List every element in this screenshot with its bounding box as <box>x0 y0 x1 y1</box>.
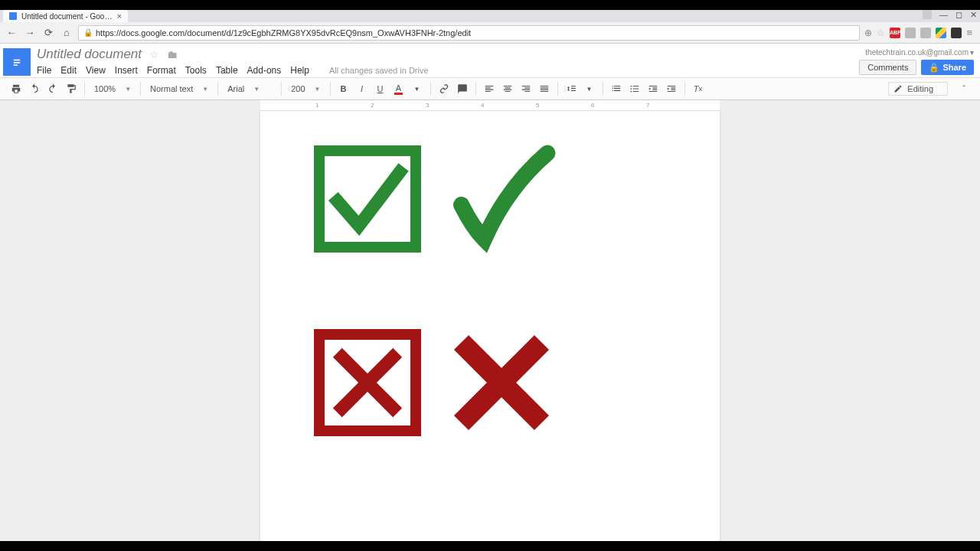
fontsize-select[interactable]: 200▼ <box>286 80 325 97</box>
mode-label: Editing <box>907 84 933 93</box>
paint-format-icon[interactable] <box>63 80 80 97</box>
caret-down-icon: ▾ <box>970 48 974 57</box>
italic-icon[interactable]: I <box>354 80 371 97</box>
account-square-icon[interactable] <box>923 10 932 19</box>
bold-icon[interactable]: B <box>335 80 352 97</box>
style-select[interactable]: Normal text▼ <box>145 80 213 97</box>
share-button[interactable]: 🔒 Share <box>921 60 974 75</box>
address-bar[interactable]: 🔒 https://docs.google.com/document/d/1z9… <box>78 25 860 41</box>
save-status: All changes saved in Drive <box>329 66 429 75</box>
chrome-menu-icon[interactable]: ≡ <box>966 27 972 38</box>
menu-bar: File Edit View Insert Format Tools Table… <box>37 64 429 77</box>
menu-table[interactable]: Table <box>216 65 238 76</box>
docs-header: Untitled document ☆ 🖿 File Edit View Ins… <box>0 44 980 77</box>
lock-icon: 🔒 <box>83 28 93 37</box>
svg-point-5 <box>630 88 632 90</box>
extension-icons: ⊕ ☆ ABP ≡ <box>864 27 975 38</box>
line-spacing-icon[interactable] <box>563 80 580 97</box>
underline-icon[interactable]: U <box>372 80 389 97</box>
bookmark-star-icon[interactable]: ☆ <box>877 28 885 38</box>
ruler-tick: 3 <box>426 102 429 109</box>
window-minimize-icon[interactable]: — <box>939 10 948 20</box>
nav-home-icon[interactable]: ⌂ <box>60 26 74 40</box>
ruler-tick: 7 <box>646 102 649 109</box>
font-value: Arial <box>227 84 244 93</box>
browser-toolbar: ← → ⟳ ⌂ 🔒 https://docs.google.com/docume… <box>0 22 980 44</box>
text-color-icon[interactable]: A <box>390 80 407 97</box>
menu-file[interactable]: File <box>37 65 51 76</box>
comments-button[interactable]: Comments <box>859 60 916 75</box>
zoom-icon[interactable]: ⊕ <box>864 28 872 38</box>
svg-point-6 <box>630 91 632 93</box>
clear-formatting-icon[interactable]: Tx <box>690 80 707 97</box>
window-maximize-icon[interactable]: ◻ <box>956 10 962 20</box>
tab-close-icon[interactable]: × <box>116 11 121 21</box>
indent-decrease-icon[interactable] <box>645 80 662 97</box>
svg-rect-2 <box>14 62 20 64</box>
ruler-tick: 1 <box>315 102 318 109</box>
ruler-tick: 6 <box>591 102 594 109</box>
document-title[interactable]: Untitled document <box>37 47 142 62</box>
nav-back-icon[interactable]: ← <box>5 26 18 40</box>
account-email[interactable]: thetechtrain.co.uk@gmail.com ▾ <box>865 48 974 57</box>
drive-extension-icon[interactable] <box>936 28 946 38</box>
numbered-list-icon[interactable] <box>608 80 625 97</box>
menu-edit[interactable]: Edit <box>60 65 77 76</box>
comment-icon[interactable] <box>454 80 471 97</box>
print-icon[interactable] <box>8 80 24 97</box>
caret-down-icon[interactable]: ▼ <box>409 80 426 97</box>
menu-insert[interactable]: Insert <box>115 65 138 76</box>
account-email-text: thetechtrain.co.uk@gmail.com <box>865 48 969 57</box>
undo-icon[interactable] <box>26 80 43 97</box>
svg-rect-3 <box>14 64 18 66</box>
formatting-toolbar: 100%▼ Normal text▼ Arial▼ 200▼ B I U A ▼… <box>0 77 980 100</box>
ruler-tick: 4 <box>481 102 484 109</box>
ruler-tick: 2 <box>371 102 374 109</box>
svg-point-4 <box>630 86 632 87</box>
extension-icon[interactable] <box>920 28 931 38</box>
mode-select[interactable]: Editing <box>888 82 948 96</box>
folder-icon[interactable]: 🖿 <box>167 48 178 60</box>
bulleted-list-icon[interactable] <box>626 80 643 97</box>
font-select[interactable]: Arial▼ <box>223 80 276 97</box>
align-right-icon[interactable] <box>518 80 534 97</box>
collapse-toolbar-icon[interactable]: ˆ <box>956 80 972 97</box>
menu-help[interactable]: Help <box>290 65 309 76</box>
caret-down-icon[interactable]: ▼ <box>581 80 598 97</box>
document-page[interactable] <box>260 111 720 541</box>
align-justify-icon[interactable] <box>536 80 553 97</box>
pencil-icon <box>893 84 903 93</box>
browser-tabstrip: Untitled document - Goo… × — ◻ ✕ <box>0 10 980 22</box>
checkbox-crossed-icon <box>314 329 421 436</box>
browser-tab[interactable]: Untitled document - Goo… × <box>3 10 128 22</box>
abp-extension-icon[interactable]: ABP <box>890 28 900 38</box>
extension-icon[interactable] <box>905 28 916 38</box>
document-canvas[interactable]: 1 2 3 4 5 6 7 <box>0 100 980 541</box>
menu-format[interactable]: Format <box>147 65 176 76</box>
url-text: https://docs.google.com/document/d/1z9cE… <box>96 28 471 37</box>
align-left-icon[interactable] <box>481 80 498 97</box>
zoom-select[interactable]: 100%▼ <box>90 80 136 97</box>
redo-icon[interactable] <box>44 80 61 97</box>
menu-view[interactable]: View <box>86 65 106 76</box>
zoom-value: 100% <box>94 84 116 93</box>
nav-reload-icon[interactable]: ⟳ <box>41 26 55 40</box>
menu-addons[interactable]: Add-ons <box>247 65 282 76</box>
checkbox-checked-icon <box>314 145 421 253</box>
indent-increase-icon[interactable] <box>663 80 680 97</box>
align-center-icon[interactable] <box>499 80 516 97</box>
link-icon[interactable] <box>436 80 452 97</box>
checkmark-icon <box>444 142 559 256</box>
ruler-tick: 5 <box>536 102 539 109</box>
crossmark-icon <box>444 325 559 440</box>
horizontal-ruler[interactable]: 1 2 3 4 5 6 7 <box>260 100 720 111</box>
docs-logo-icon[interactable] <box>3 48 31 76</box>
extension-icon[interactable] <box>951 28 962 38</box>
svg-rect-1 <box>14 60 20 61</box>
style-value: Normal text <box>150 84 193 93</box>
nav-forward-icon[interactable]: → <box>23 26 37 40</box>
menu-tools[interactable]: Tools <box>185 65 207 76</box>
star-icon[interactable]: ☆ <box>149 48 159 60</box>
window-close-icon[interactable]: ✕ <box>970 10 977 20</box>
tab-title: Untitled document - Goo… <box>21 12 112 21</box>
